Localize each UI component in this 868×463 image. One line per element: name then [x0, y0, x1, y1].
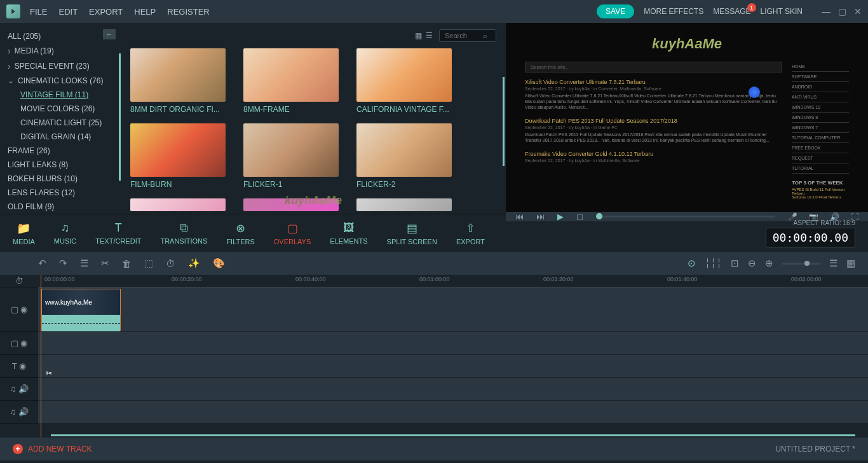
category-special-event[interactable]: SPECIAL EVENT (23) [0, 59, 121, 74]
search-box[interactable]: ⌕ [439, 29, 496, 42]
media-item[interactable]: 8MM-FRAME [243, 48, 339, 114]
message-button[interactable]: MESSAGE 1 [713, 7, 750, 16]
media-item[interactable] [243, 198, 339, 211]
search-input[interactable] [445, 32, 483, 39]
media-thumbnail [356, 48, 452, 102]
tab-elements[interactable]: 🖼 ELEMENTS [330, 221, 367, 245]
undo-button[interactable]: ↶ [38, 258, 46, 269]
preview-article-text: Xilisoft Video Converter Ultimate 7.8.21… [525, 93, 782, 110]
category-cinematic-light[interactable]: CINEMATIC LIGHT (25) [0, 116, 121, 130]
marker-icon[interactable]: ⊙ [688, 258, 696, 269]
timeline-scrollbar[interactable] [51, 434, 855, 436]
media-thumbnail [130, 123, 226, 177]
media-item[interactable]: FILM-BURN [130, 123, 226, 189]
video-track-header[interactable]: ▢ ◉ [0, 287, 38, 332]
zoom-out-button[interactable]: ⊖ [748, 258, 756, 269]
redo-button[interactable]: ↷ [59, 258, 67, 269]
add-track-button[interactable]: + ADD NEW TRACK [13, 444, 92, 454]
category-old-film[interactable]: OLD FILM (9) [0, 200, 121, 214]
speed-button[interactable]: ⏱ [166, 258, 175, 269]
media-item[interactable] [356, 198, 452, 211]
playback-slider-thumb[interactable] [596, 213, 602, 219]
zoom-slider[interactable] [782, 263, 820, 265]
category-digital-grain[interactable]: DIGITAL GRAIN (14) [0, 130, 121, 144]
zoom-slider-thumb[interactable] [804, 261, 810, 266]
menu-edit[interactable]: EDIT [58, 7, 78, 17]
light-skin-button[interactable]: LIGHT SKIN [761, 7, 803, 16]
clip-video-portion: www.kuyhAa.Me [42, 289, 120, 315]
menu-register[interactable]: REGISTER [167, 7, 209, 17]
overlay-track[interactable] [38, 332, 868, 355]
category-media[interactable]: MEDIA (19) [0, 43, 121, 59]
tab-text[interactable]: T TEXT/CREDIT [95, 221, 141, 245]
tab-filters[interactable]: ⊗ FILTERS [226, 221, 254, 245]
menu-file[interactable]: FILE [30, 7, 47, 17]
zoom-fit-icon[interactable]: ⊡ [731, 258, 739, 269]
media-scroll-indicator[interactable] [503, 77, 505, 166]
tab-export[interactable]: ⇧ EXPORT [456, 221, 485, 245]
mixer-icon[interactable]: ╎╎╎ [705, 258, 722, 269]
timeline-tracks[interactable]: 00:00:00:00 00:00:20:00 00:00:40:00 00:0… [38, 275, 868, 438]
tab-media[interactable]: 📁 MEDIA [13, 221, 35, 245]
settings-icon[interactable]: ☰ [80, 258, 88, 269]
ruler-mark: 00:00:00:00 [44, 276, 75, 282]
color-button[interactable]: 🎨 [213, 258, 225, 269]
category-cinematic-looks[interactable]: CINEMATIC LOOKS (76) [0, 74, 121, 88]
list-icon[interactable]: ☰ [829, 258, 837, 269]
delete-button[interactable]: 🗑 [122, 258, 132, 269]
category-vintage-film[interactable]: VINTAGE FILM (11) [0, 88, 121, 102]
export-icon: ⇧ [466, 221, 475, 235]
tab-split-screen[interactable]: ▤ SPLIT SCREEN [387, 221, 437, 245]
play-button[interactable]: ▶ [557, 212, 564, 221]
cut-marker-icon[interactable]: ✂ [46, 369, 52, 378]
preview-site-logo: kuyhAaMe [525, 36, 849, 52]
media-item[interactable]: FLICKER-1 [243, 123, 339, 189]
tab-transitions[interactable]: ⧉ TRANSITIONS [160, 221, 207, 245]
text-icon: T [115, 221, 122, 235]
menu-help[interactable]: HELP [134, 7, 156, 17]
audio-track-2[interactable] [38, 401, 868, 424]
media-item[interactable]: 8MM DIRT ORGANIC FI... [130, 48, 226, 114]
menu-export[interactable]: EXPORT [89, 7, 123, 17]
minimize-button[interactable]: — [822, 6, 831, 17]
media-item[interactable]: CALIFORNIA VINTAGE F... [356, 48, 452, 114]
audio-track-1[interactable] [38, 378, 868, 401]
tab-label: TRANSITIONS [160, 237, 207, 245]
audio-track-header-2[interactable]: ♫ 🔊 [0, 401, 38, 424]
maximize-button[interactable]: ▢ [838, 6, 846, 17]
text-track-header[interactable]: T ◉ [0, 355, 38, 378]
category-movie-colors[interactable]: MOVIE COLORS (26) [0, 102, 121, 116]
zoom-in-button[interactable]: ⊕ [765, 258, 773, 269]
app-logo [6, 4, 20, 18]
timeline-ruler[interactable]: 00:00:00:00 00:00:20:00 00:00:40:00 00:0… [38, 275, 868, 287]
crop-button[interactable]: ⬚ [144, 258, 153, 269]
next-frame-button[interactable]: ⏭ [536, 212, 545, 221]
list-view-icon[interactable]: ☰ [426, 31, 433, 40]
category-frame[interactable]: FRAME (26) [0, 144, 121, 158]
grid-icon[interactable]: ▦ [846, 258, 855, 269]
more-effects-button[interactable]: MORE EFFECTS [644, 7, 703, 16]
text-track[interactable] [38, 355, 868, 378]
category-light-leaks[interactable]: LIGHT LEAKS (8) [0, 158, 121, 172]
playback-slider[interactable] [596, 216, 775, 218]
media-item[interactable] [130, 198, 226, 211]
save-button[interactable]: SAVE [597, 4, 634, 18]
playhead[interactable] [38, 275, 43, 438]
video-clip[interactable]: www.kuyhAa.Me [41, 289, 121, 331]
prev-frame-button[interactable]: ⏮ [515, 212, 524, 221]
tab-overlays[interactable]: ▢ OVERLAYS [274, 221, 311, 245]
effects-button[interactable]: ✨ [188, 258, 200, 269]
audio-track-header-1[interactable]: ♫ 🔊 [0, 378, 38, 401]
sidebar-back-button[interactable]: ← [103, 29, 116, 39]
video-track[interactable]: www.kuyhAa.Me [38, 287, 868, 332]
category-bokeh-blurs[interactable]: BOKEH BLURS (10) [0, 172, 121, 186]
project-name: UNTITLED PROJECT * [775, 445, 855, 453]
tab-music[interactable]: ♫ MUSIC [54, 221, 76, 245]
cut-button[interactable]: ✂ [101, 258, 109, 269]
overlay-track-header[interactable]: ▢ ◉ [0, 332, 38, 355]
close-button[interactable]: ✕ [854, 6, 862, 17]
category-lens-flares[interactable]: LENS FLARES (12) [0, 186, 121, 200]
stop-button[interactable]: ◻ [576, 212, 583, 221]
grid-view-icon[interactable]: ▦ [415, 31, 422, 40]
media-item[interactable]: FLICKER-2 [356, 123, 452, 189]
